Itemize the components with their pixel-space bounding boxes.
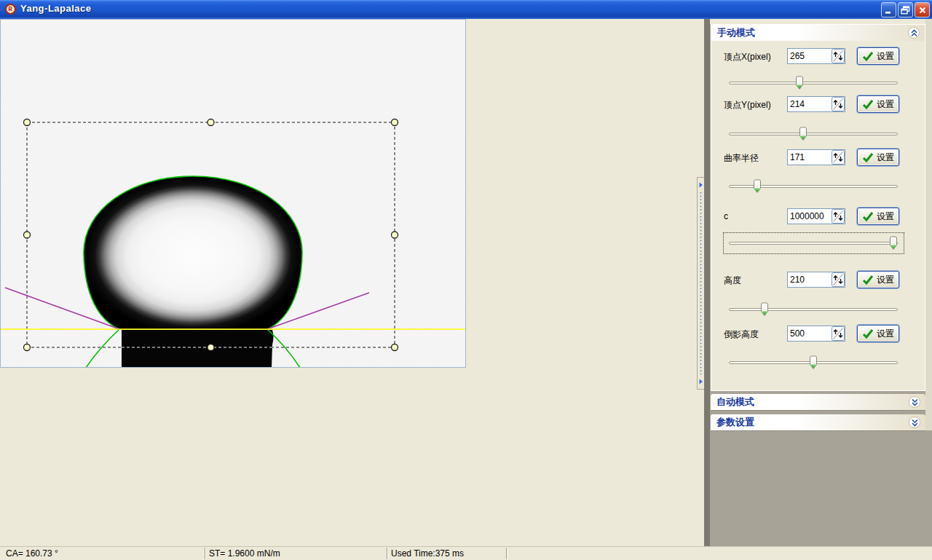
- param-slider[interactable]: [729, 127, 898, 141]
- droplet-image: [84, 176, 302, 329]
- selection-handle[interactable]: [24, 344, 31, 351]
- param-slider[interactable]: [729, 76, 898, 90]
- set-button-label: 设置: [877, 50, 894, 63]
- minimize-button[interactable]: [881, 2, 896, 17]
- close-icon: [918, 6, 927, 15]
- restore-button[interactable]: [898, 2, 913, 17]
- collapse-splitter-icon: [698, 178, 704, 389]
- slider-track[interactable]: [729, 133, 898, 135]
- param-input[interactable]: [788, 150, 832, 165]
- param-input[interactable]: [788, 209, 832, 224]
- parameter-settings-header[interactable]: 参数设置: [711, 414, 925, 430]
- param-field: [787, 326, 845, 342]
- statusbar-separator: [205, 548, 206, 559]
- selection-handle[interactable]: [24, 119, 31, 126]
- param-field: [787, 208, 845, 224]
- side-top-strip: [710, 19, 932, 24]
- set-button[interactable]: 设置: [857, 149, 899, 166]
- collapse-button[interactable]: [908, 27, 920, 39]
- param-label: 高度: [724, 275, 741, 287]
- slider-track[interactable]: [729, 242, 898, 245]
- updown-spinner-icon[interactable]: [832, 150, 845, 165]
- auto-mode-title: 自动模式: [716, 396, 754, 407]
- set-button[interactable]: 设置: [857, 208, 899, 225]
- param-slider[interactable]: [729, 236, 898, 251]
- set-button[interactable]: 设置: [857, 95, 899, 113]
- set-button[interactable]: 设置: [857, 271, 899, 288]
- selection-handle[interactable]: [392, 344, 398, 351]
- param-field: [787, 96, 845, 112]
- updown-spinner-icon[interactable]: [832, 272, 845, 287]
- chevron-down-icon: [911, 418, 919, 427]
- updown-spinner-icon[interactable]: [832, 326, 845, 341]
- selection-handle[interactable]: [24, 232, 31, 238]
- param-label: 顶点Y(pixel): [724, 99, 771, 111]
- set-button-label: 设置: [877, 328, 894, 340]
- slider-thumb[interactable]: [753, 179, 762, 194]
- manual-mode-title: 手动模式: [717, 27, 755, 38]
- side-panel-container: 手动模式 顶点X(pixel): [704, 19, 932, 546]
- status-contact-angle: CA= 160.73 °: [6, 548, 58, 559]
- auto-mode-header[interactable]: 自动模式: [711, 394, 925, 410]
- param-field: [787, 149, 845, 165]
- statusbar: CA= 160.73 ° ST= 1.9600 mN/m Used Time:3…: [0, 546, 932, 560]
- status-used-time: Used Time:375 ms: [391, 548, 464, 559]
- updown-spinner-icon[interactable]: [832, 209, 845, 224]
- set-button-label: 设置: [877, 151, 894, 164]
- selection-handle[interactable]: [208, 119, 214, 126]
- minimize-icon: [884, 5, 893, 15]
- status-surface-tension: ST= 1.9600 mN/m: [209, 548, 280, 559]
- close-button[interactable]: [915, 2, 930, 17]
- set-button[interactable]: 设置: [857, 325, 899, 342]
- param-input[interactable]: [788, 49, 832, 63]
- param-label: c: [724, 211, 728, 221]
- parameter-settings-title: 参数设置: [716, 417, 754, 427]
- chevron-down-icon: [911, 398, 919, 406]
- expand-button[interactable]: [909, 396, 920, 408]
- param-label: 顶点X(pixel): [724, 51, 771, 63]
- restore-icon: [901, 6, 910, 15]
- slider-track[interactable]: [729, 308, 898, 311]
- updown-spinner-icon[interactable]: [832, 49, 845, 63]
- param-slider[interactable]: [729, 355, 898, 370]
- param-slider[interactable]: [729, 179, 898, 194]
- expand-button[interactable]: [909, 417, 920, 428]
- statusbar-separator: [506, 548, 508, 559]
- check-icon: [862, 152, 874, 162]
- param-field: [787, 272, 845, 288]
- param-slider[interactable]: [729, 302, 898, 317]
- param-label: 曲率半径: [724, 152, 759, 165]
- selection-handle[interactable]: [392, 232, 398, 238]
- window-title: Yang-Lapalace: [20, 3, 92, 14]
- statusbar-separator: [387, 548, 388, 559]
- slider-thumb[interactable]: [795, 76, 804, 90]
- slider-track[interactable]: [729, 82, 898, 84]
- set-button-label: 设置: [877, 98, 894, 111]
- check-icon: [862, 328, 874, 339]
- slider-thumb[interactable]: [760, 302, 769, 317]
- param-input[interactable]: [788, 326, 832, 341]
- set-button-label: 设置: [877, 210, 894, 223]
- manual-mode-header[interactable]: 手动模式: [711, 25, 925, 41]
- side-right-strip: [925, 19, 932, 430]
- updown-spinner-icon[interactable]: [832, 97, 845, 111]
- slider-thumb[interactable]: [809, 355, 818, 370]
- selection-handle[interactable]: [208, 344, 214, 351]
- check-icon: [862, 275, 874, 285]
- slider-thumb[interactable]: [799, 127, 807, 141]
- check-icon: [862, 99, 874, 109]
- selection-handle[interactable]: [392, 119, 398, 126]
- param-input[interactable]: [788, 272, 832, 287]
- chevron-up-icon: [910, 28, 918, 37]
- set-button[interactable]: 设置: [857, 47, 899, 65]
- slider-thumb[interactable]: [889, 236, 898, 251]
- param-input[interactable]: [788, 97, 832, 111]
- titlebar[interactable]: Yang-Lapalace: [0, 0, 932, 19]
- param-field: [787, 48, 845, 64]
- set-button-label: 设置: [877, 274, 894, 286]
- pedestal: [122, 330, 274, 368]
- check-icon: [862, 51, 874, 61]
- param-label: 倒影高度: [724, 328, 759, 341]
- drop-image-viewport[interactable]: [0, 19, 466, 368]
- app-window: Yang-Lapalace: [0, 0, 932, 560]
